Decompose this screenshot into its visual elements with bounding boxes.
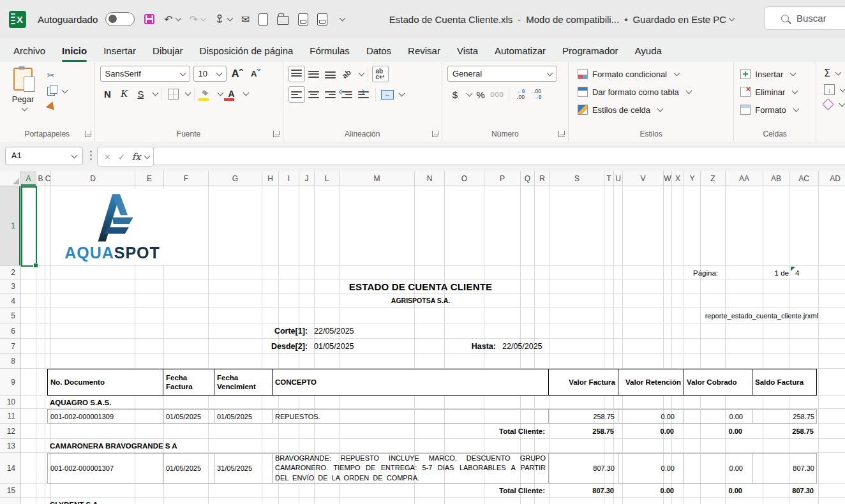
row-header-14[interactable]: 14 <box>0 453 20 484</box>
tab-revisar[interactable]: Revisar <box>400 41 449 62</box>
borders-button[interactable] <box>166 86 181 101</box>
column-header-G[interactable]: G <box>209 171 262 186</box>
column-header-N[interactable]: N <box>415 171 445 186</box>
excel-app-icon[interactable]: X <box>9 11 26 28</box>
row-header-13[interactable]: 13 <box>0 439 20 453</box>
saved-location-label[interactable]: Guardado en Este PC <box>632 14 726 25</box>
increase-decimal-button[interactable]: ←0.00 <box>513 87 528 102</box>
tab-dibujar[interactable]: Dibujar <box>144 41 191 62</box>
column-header-Q[interactable]: Q <box>521 171 535 186</box>
column-header-L[interactable]: L <box>315 171 340 186</box>
column-header-Z[interactable]: Z <box>701 171 726 186</box>
column-header-D[interactable]: D <box>51 171 135 186</box>
row-header-15[interactable]: 15 <box>0 484 20 498</box>
align-center-button[interactable] <box>306 87 322 102</box>
column-header-H[interactable]: H <box>262 171 279 186</box>
row-header-2[interactable]: 2 <box>0 266 20 279</box>
percent-format-button[interactable]: % <box>473 87 488 102</box>
dialog-launcher-icon[interactable] <box>85 131 91 137</box>
format-painter-button[interactable] <box>47 101 67 113</box>
column-header-Y[interactable]: Y <box>684 171 701 186</box>
chevron-down-icon[interactable] <box>175 15 181 22</box>
autosave-toggle[interactable] <box>105 12 135 26</box>
decrease-decimal-button[interactable]: .00→0 <box>530 87 545 102</box>
font-size-select[interactable]: 10 <box>193 66 227 82</box>
format-cells-button[interactable]: Formato <box>740 101 812 118</box>
tab-disposicion[interactable]: Disposición de página <box>191 41 302 62</box>
delete-cells-button[interactable]: Eliminar <box>740 84 812 100</box>
chevron-down-icon[interactable] <box>243 90 249 96</box>
autosum-button[interactable]: Σ <box>824 67 845 79</box>
column-header-X[interactable]: X <box>672 171 684 186</box>
row-header-5[interactable]: 5 <box>0 308 20 323</box>
paste-button[interactable]: Pegar <box>5 66 41 126</box>
increase-font-button[interactable]: Aˆ <box>230 66 245 82</box>
row-header-8[interactable]: 8 <box>0 354 20 369</box>
font-family-select[interactable]: SansSerif <box>100 66 190 82</box>
column-header-AC[interactable]: AC <box>789 171 819 186</box>
name-box[interactable]: A1 <box>5 147 83 165</box>
tab-programador[interactable]: Programador <box>554 41 627 62</box>
tab-vista[interactable]: Vista <box>449 41 486 62</box>
format-as-table-button[interactable]: Dar formato como tabla <box>578 84 729 100</box>
insert-function-button[interactable]: fx <box>130 151 143 163</box>
clear-button[interactable] <box>824 100 845 108</box>
column-header-W[interactable]: W <box>664 171 672 186</box>
column-header-C[interactable]: C <box>45 171 51 186</box>
row-header-7[interactable]: 7 <box>0 339 20 354</box>
column-header-V[interactable]: V <box>623 171 664 186</box>
wrap-text-button[interactable]: abc↩ <box>372 66 389 82</box>
column-header-A[interactable]: A <box>21 171 36 186</box>
chevron-down-icon[interactable] <box>217 90 223 96</box>
customize-quick-access-button[interactable] <box>336 18 345 20</box>
fill-button[interactable]: ↓ <box>824 84 845 95</box>
chevron-down-icon[interactable] <box>227 15 234 22</box>
bold-button[interactable]: N <box>100 86 116 101</box>
chevron-down-icon[interactable] <box>152 90 158 96</box>
align-right-button[interactable] <box>323 87 338 102</box>
enter-button[interactable]: ✓ <box>115 152 129 162</box>
column-header-O[interactable]: O <box>445 171 484 186</box>
new-document-button[interactable] <box>258 13 268 26</box>
align-left-button[interactable] <box>288 86 305 103</box>
align-top-button[interactable] <box>288 66 305 82</box>
align-middle-button[interactable] <box>306 66 322 82</box>
column-header-B[interactable]: B <box>36 171 45 186</box>
cut-button[interactable]: ✂ <box>47 70 67 81</box>
merge-center-button[interactable]: ↔ <box>380 87 395 102</box>
column-header-P[interactable]: P <box>484 171 521 186</box>
chevron-down-icon[interactable] <box>729 15 735 22</box>
column-header-AA[interactable]: AA <box>726 171 763 186</box>
tab-inicio[interactable]: Inicio <box>54 41 95 62</box>
align-bottom-button[interactable] <box>323 66 338 82</box>
row-header-3[interactable]: 3 <box>0 279 20 294</box>
column-header-U[interactable]: U <box>614 171 623 186</box>
decrease-indent-button[interactable] <box>340 87 355 102</box>
select-all-button[interactable] <box>0 171 21 186</box>
row-header-16[interactable]: 16 <box>0 498 20 504</box>
column-header-J[interactable]: J <box>299 171 315 186</box>
column-header-M[interactable]: M <box>340 171 415 186</box>
insert-cells-button[interactable]: Insertar <box>740 66 812 82</box>
chevron-down-icon[interactable] <box>184 90 191 96</box>
email-button[interactable]: ✉ <box>241 13 250 26</box>
conditional-formatting-button[interactable]: Formato condicional <box>578 66 729 82</box>
row-header-6[interactable]: 6 <box>0 323 20 339</box>
cancel-button[interactable]: × <box>101 151 114 162</box>
column-header-R[interactable]: R <box>535 171 550 186</box>
orientation-button[interactable]: ab <box>340 66 355 82</box>
touch-mode-button[interactable] <box>214 13 232 25</box>
row-header-12[interactable]: 12 <box>0 424 20 439</box>
tab-formulas[interactable]: Fórmulas <box>301 41 358 62</box>
cell-styles-button[interactable]: Estilos de celda <box>578 101 729 118</box>
decrease-font-button[interactable]: Aˇ <box>248 66 264 82</box>
row-header-9[interactable]: 9 <box>0 369 20 396</box>
fill-color-button[interactable] <box>198 86 214 101</box>
tab-insertar[interactable]: Insertar <box>95 41 144 62</box>
undo-button[interactable]: ↶ <box>164 13 180 26</box>
font-color-button[interactable]: A <box>224 86 239 101</box>
dialog-launcher-icon[interactable] <box>273 131 280 137</box>
tab-automatizar[interactable]: Automatizar <box>486 41 554 62</box>
formula-input[interactable] <box>153 147 845 165</box>
chevron-down-icon[interactable] <box>398 91 405 97</box>
